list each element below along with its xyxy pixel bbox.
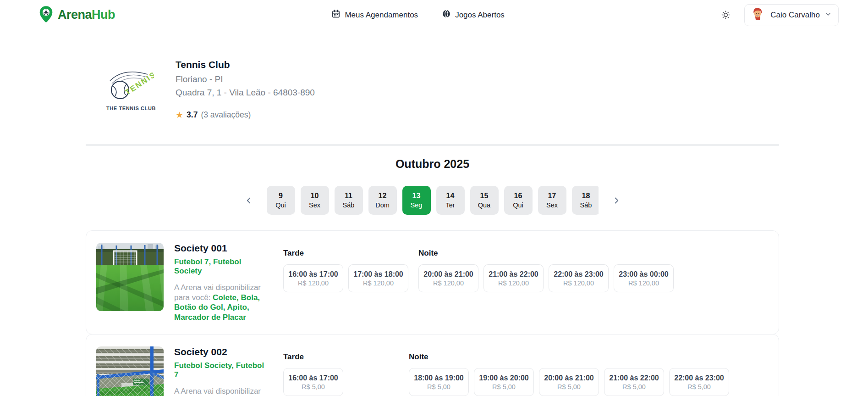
time-slot-button[interactable]: 16:00 às 17:00R$ 120,00: [283, 264, 343, 292]
date-pill[interactable]: 16Qui: [504, 186, 533, 215]
time-slot-button[interactable]: 22:00 às 23:00R$ 5,00: [669, 368, 729, 396]
date-pill[interactable]: 12Dom: [368, 186, 397, 215]
user-menu-button[interactable]: Caio Carvalho: [744, 4, 839, 26]
calendar-section: Outubro 2025 9Qui 10Sex 11Sáb 12Dom 13Se…: [86, 157, 779, 215]
date-pill-selected[interactable]: 13Seg: [402, 186, 431, 215]
time-slot-button[interactable]: 20:00 às 21:00R$ 120,00: [418, 264, 478, 292]
star-icon: ★: [176, 111, 183, 119]
venue-logo: TENNIS THE TENNIS CLUB: [104, 69, 158, 120]
court-photo-society-001: [96, 243, 164, 311]
globe-icon: [442, 9, 451, 21]
slot-group-label: Tarde: [283, 249, 408, 258]
court-name: Society 002: [174, 346, 266, 357]
date-pill[interactable]: 15Qua: [470, 186, 499, 215]
time-slot-button[interactable]: 20:00 às 21:00R$ 5,00: [539, 368, 599, 396]
slot-group-noite: Noite 20:00 às 21:00R$ 120,00 21:00 às 2…: [418, 243, 674, 292]
date-pill[interactable]: 18Sáb: [572, 186, 599, 215]
section-divider: [86, 145, 779, 145]
page-container: TENNIS THE TENNIS CLUB Tennis Club Flori…: [86, 30, 779, 396]
court-sports: Futebol 7, Futebol Society: [174, 257, 266, 276]
venue-info: Tennis Club Floriano - PI Quadra 7, 1 - …: [176, 58, 315, 120]
venue-name: Tennis Club: [176, 59, 315, 70]
nav-jogos-abertos[interactable]: Jogos Abertos: [442, 9, 505, 21]
brand-logo[interactable]: ArenaHub: [38, 6, 115, 25]
chevron-down-icon: [824, 11, 832, 19]
app-header: ArenaHub Meus Agendamentos Jogos Abertos: [0, 0, 868, 30]
nav-meus-agendamentos[interactable]: Meus Agendamentos: [331, 9, 418, 21]
date-pill[interactable]: 10Sex: [301, 186, 329, 215]
time-slot-button[interactable]: 22:00 às 23:00R$ 120,00: [549, 264, 609, 292]
slot-group-label: Tarde: [283, 352, 399, 362]
date-carousel: 9Qui 10Sex 11Sáb 12Dom 13Seg 14Ter 15Qua…: [86, 186, 779, 215]
carousel-prev-button[interactable]: [242, 194, 256, 207]
venue-address: Quadra 7, 1 - Vila Leão - 64803-890: [176, 88, 315, 98]
courts-list: Society 001 Futebol 7, Futebol Society A…: [86, 230, 779, 396]
map-pin-soccer-icon: [38, 6, 54, 25]
nav-label: Meus Agendamentos: [345, 11, 418, 20]
nav-label: Jogos Abertos: [455, 11, 505, 20]
brand-name: ArenaHub: [58, 8, 115, 22]
user-name: Caio Carvalho: [770, 11, 820, 20]
time-slot-button[interactable]: 18:00 às 19:00R$ 5,00: [409, 368, 469, 396]
court-info: Society 002 Futebol Society, Futebol 7 A…: [174, 346, 266, 396]
slot-cards: 16:00 às 17:00R$ 120,00 17:00 às 18:00R$…: [283, 264, 408, 292]
court-name: Society 001: [174, 243, 266, 254]
slot-group-label: Noite: [418, 249, 674, 258]
date-pill[interactable]: 17Sex: [538, 186, 566, 215]
court-description: A Arena vai disponibilizar para você: Co…: [174, 283, 266, 322]
court-photo-society-002: [96, 346, 164, 396]
time-slot-button[interactable]: 21:00 às 22:00R$ 120,00: [483, 264, 544, 292]
header-right-controls: Caio Carvalho: [721, 4, 839, 26]
time-slot-groups: Tarde 16:00 às 17:00R$ 120,00 17:00 às 1…: [283, 243, 674, 322]
slot-cards: 20:00 às 21:00R$ 120,00 21:00 às 22:00R$…: [418, 264, 674, 292]
venue-logo-caption: THE TENNIS CLUB: [104, 106, 158, 111]
rating-count: (3 avaliações): [201, 110, 251, 120]
venue-rating: ★ 3.7 (3 avaliações): [176, 110, 315, 120]
date-pill[interactable]: 9Qui: [267, 186, 295, 215]
court-card-society-002: Society 002 Futebol Society, Futebol 7 A…: [86, 334, 779, 396]
court-info: Society 001 Futebol 7, Futebol Society A…: [174, 243, 266, 322]
court-card-society-001: Society 001 Futebol 7, Futebol Society A…: [86, 230, 779, 335]
slot-cards: 18:00 às 19:00R$ 5,00 19:00 às 20:00R$ 5…: [409, 368, 729, 396]
days-strip: 9Qui 10Sex 11Sáb 12Dom 13Seg 14Ter 15Qua…: [267, 186, 599, 215]
theme-toggle-sun-icon[interactable]: [721, 10, 731, 20]
calendar-icon: [331, 9, 341, 21]
slot-group-noite: Noite 18:00 às 19:00R$ 5,00 19:00 às 20:…: [409, 346, 729, 396]
date-pill[interactable]: 14Ter: [436, 186, 465, 215]
time-slot-button[interactable]: 21:00 às 22:00R$ 5,00: [604, 368, 664, 396]
main-nav: Meus Agendamentos Jogos Abertos: [115, 9, 721, 21]
court-sports: Futebol Society, Futebol 7: [174, 361, 266, 379]
venue-city: Floriano - PI: [176, 74, 315, 84]
avatar: [749, 6, 766, 24]
days-viewport: 9Qui 10Sex 11Sáb 12Dom 13Seg 14Ter 15Qua…: [267, 186, 599, 215]
tennis-club-logo-graphic: TENNIS: [108, 69, 154, 103]
time-slot-button[interactable]: 19:00 às 20:00R$ 5,00: [474, 368, 534, 396]
slot-group-tarde: Tarde 16:00 às 17:00R$ 120,00 17:00 às 1…: [283, 243, 408, 292]
carousel-next-button[interactable]: [610, 194, 623, 207]
time-slot-button[interactable]: 23:00 às 00:00R$ 120,00: [614, 264, 674, 292]
date-pill[interactable]: 11Sáb: [335, 186, 363, 215]
time-slot-button[interactable]: 17:00 às 18:00R$ 120,00: [348, 264, 408, 292]
slot-group-tarde: Tarde 16:00 às 17:00R$ 5,00: [283, 346, 399, 396]
rating-value: 3.7: [187, 110, 198, 120]
time-slot-groups: Tarde 16:00 às 17:00R$ 5,00 Noite 18:00 …: [283, 346, 729, 396]
slot-group-label: Noite: [409, 352, 729, 362]
svg-text:TENNIS: TENNIS: [124, 70, 154, 97]
month-title: Outubro 2025: [86, 157, 779, 171]
time-slot-button[interactable]: 16:00 às 17:00R$ 5,00: [283, 368, 343, 396]
court-description: A Arena vai disponibilizar: [174, 386, 266, 396]
slot-cards: 16:00 às 17:00R$ 5,00: [283, 368, 399, 396]
venue-header: TENNIS THE TENNIS CLUB Tennis Club Flori…: [86, 30, 779, 120]
